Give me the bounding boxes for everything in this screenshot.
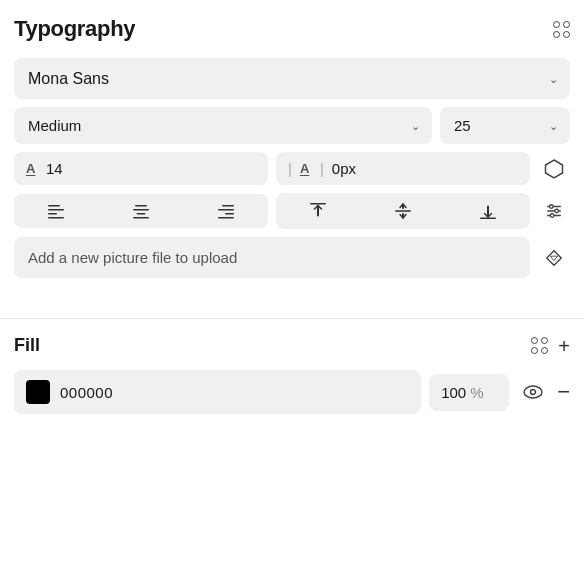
letter-spacing-value: 14 — [46, 160, 63, 177]
fill-add-button[interactable]: + — [558, 336, 570, 356]
svg-rect-7 — [133, 217, 149, 219]
color-row: 000000 100 % − — [14, 370, 570, 414]
opacity-value: 100 — [441, 384, 466, 401]
spacing-row: A 14 | A | 0px — [14, 152, 570, 185]
font-size-select[interactable]: 25 12 14 16 18 20 32 48 — [440, 107, 570, 144]
svg-point-26 — [524, 386, 542, 398]
eye-icon — [521, 380, 545, 404]
fill-header: Fill + — [14, 335, 570, 356]
text-preview-row: Add a new picture file to upload — [14, 237, 570, 278]
align-left-button[interactable] — [14, 194, 99, 228]
align-center-icon — [132, 203, 150, 219]
weight-size-row: Medium Thin Light Regular Bold Black ⌄ 2… — [14, 107, 570, 144]
svg-rect-1 — [48, 209, 64, 211]
fill-dot-3 — [531, 347, 538, 354]
vert-align-top-icon — [309, 202, 327, 220]
vert-align-bottom-icon — [479, 202, 497, 220]
svg-rect-10 — [225, 213, 234, 215]
align-center-button[interactable] — [99, 194, 184, 228]
svg-rect-18 — [487, 206, 489, 217]
svg-rect-3 — [48, 217, 64, 219]
vert-align-middle-button[interactable] — [361, 193, 446, 229]
letter-spacing-icon: A — [26, 161, 40, 176]
svg-point-23 — [555, 209, 559, 213]
line-height-icon: A — [300, 161, 314, 176]
font-size-wrapper: 25 12 14 16 18 20 32 48 ⌄ — [440, 107, 570, 144]
align-left-icon — [47, 203, 65, 219]
dot-1 — [553, 21, 560, 28]
opacity-unit: % — [470, 384, 483, 401]
fill-dot-4 — [541, 347, 548, 354]
vert-align-middle-icon — [394, 202, 412, 220]
fill-dot-1 — [531, 337, 538, 344]
fill-remove-button[interactable]: − — [557, 381, 570, 403]
color-swatch-button[interactable]: 000000 — [14, 370, 421, 414]
vert-align-bottom-button[interactable] — [445, 193, 530, 229]
line-height-field[interactable]: | A | 0px — [276, 152, 530, 185]
font-family-select[interactable]: Mona Sans Inter Roboto Arial — [14, 58, 570, 99]
font-family-wrapper: Mona Sans Inter Roboto Arial ⌄ — [14, 58, 570, 99]
color-swatch — [26, 380, 50, 404]
svg-rect-12 — [310, 203, 326, 205]
svg-rect-11 — [218, 217, 234, 219]
svg-rect-5 — [133, 209, 149, 211]
section-divider — [0, 318, 584, 319]
visibility-toggle-button[interactable] — [517, 376, 549, 408]
color-hex-value: 000000 — [60, 384, 113, 401]
sliders-icon — [545, 202, 563, 220]
svg-rect-6 — [137, 213, 146, 215]
svg-point-22 — [550, 205, 554, 209]
font-weight-select[interactable]: Medium Thin Light Regular Bold Black — [14, 107, 432, 144]
opacity-field[interactable]: 100 % — [429, 374, 509, 411]
dot-4 — [563, 31, 570, 38]
fill-actions: + — [531, 336, 570, 356]
dot-2 — [563, 21, 570, 28]
typography-title: Typography — [14, 16, 135, 42]
vert-align-top-button[interactable] — [276, 193, 361, 229]
typography-panel: Typography Mona Sans Inter Roboto Arial … — [0, 0, 584, 302]
svg-point-27 — [531, 390, 536, 395]
align-right-icon — [217, 203, 235, 219]
svg-rect-9 — [218, 209, 234, 211]
diamond-side-icon[interactable] — [538, 242, 570, 274]
line-height-pipe: | — [288, 160, 292, 177]
fill-title: Fill — [14, 335, 40, 356]
svg-point-24 — [550, 214, 554, 218]
svg-rect-14 — [395, 210, 411, 212]
align-row — [14, 193, 570, 229]
typography-menu-icon[interactable] — [553, 21, 570, 38]
text-preview: Add a new picture file to upload — [14, 237, 530, 278]
sliders-side-icon[interactable] — [538, 195, 570, 227]
typography-header: Typography — [14, 16, 570, 42]
letter-spacing-field[interactable]: A 14 — [14, 152, 268, 185]
svg-rect-2 — [48, 213, 57, 215]
fill-panel: Fill + 000000 100 % − — [0, 335, 584, 430]
hexagon-icon — [543, 158, 565, 180]
hex-side-icon[interactable] — [538, 153, 570, 185]
fill-menu-icon[interactable] — [531, 337, 548, 354]
text-align-group — [14, 194, 268, 228]
line-height-pipe2: | — [320, 160, 324, 177]
diamond-icon — [544, 248, 564, 268]
svg-rect-0 — [48, 205, 60, 207]
dot-3 — [553, 31, 560, 38]
align-right-button[interactable] — [183, 194, 268, 228]
svg-rect-4 — [135, 205, 147, 207]
svg-rect-8 — [222, 205, 234, 207]
fill-dot-2 — [541, 337, 548, 344]
font-weight-wrapper: Medium Thin Light Regular Bold Black ⌄ — [14, 107, 432, 144]
font-family-row: Mona Sans Inter Roboto Arial ⌄ — [14, 58, 570, 99]
line-height-value: 0px — [332, 160, 356, 177]
vert-align-group — [276, 193, 530, 229]
